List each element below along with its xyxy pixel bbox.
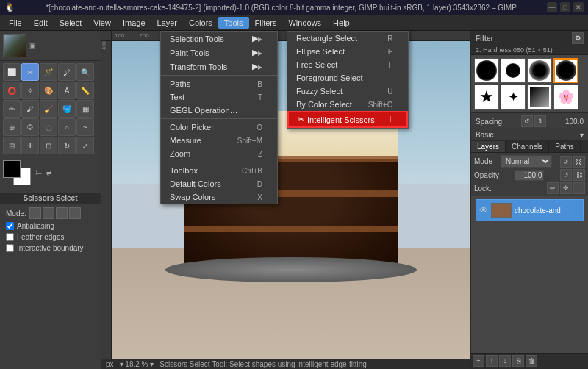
submenu-arrow: ▶: [252, 34, 262, 43]
tools-text[interactable]: Text T: [161, 90, 277, 104]
separator-3: [161, 162, 277, 162]
sel-fuzzy[interactable]: Fuzzy Select U: [287, 85, 408, 98]
submenu-arrow-transform: ▶: [252, 62, 262, 71]
tools-measure[interactable]: Measure Shift+M: [161, 134, 277, 147]
sel-intelligent-scissors[interactable]: ✂ Intelligent Scissors I: [287, 111, 408, 128]
tools-paths[interactable]: Paths B: [161, 77, 277, 90]
tools-dropdown: Selection Tools ▶ Paint Tools ▶ Transfor…: [160, 31, 278, 204]
sel-by-color[interactable]: By Color Select Shift+O: [287, 98, 408, 111]
tools-gegl[interactable]: GEGL Operation…: [161, 104, 277, 117]
tools-selection-tools[interactable]: Selection Tools ▶: [161, 32, 277, 46]
intelligent-scissors-label: Intelligent Scissors: [307, 115, 375, 124]
separator-2: [161, 118, 277, 119]
tools-swap-colors[interactable]: Swap Colors X: [161, 190, 277, 204]
selection-submenu: Rectangle Select R Ellipse Select E Free…: [287, 31, 409, 129]
tools-transform-tools[interactable]: Transform Tools ▶: [161, 60, 277, 74]
menu-overlay: Selection Tools ▶ Paint Tools ▶ Transfor…: [0, 0, 588, 369]
tools-toolbox[interactable]: Toolbox Ctrl+B: [161, 164, 277, 177]
sel-rectangle[interactable]: Rectangle Select R: [287, 32, 408, 45]
sel-foreground[interactable]: Foreground Select: [287, 71, 408, 85]
scissors-icon: ✂: [298, 115, 304, 124]
tools-color-picker[interactable]: Color Picker O: [161, 121, 277, 134]
sel-ellipse[interactable]: Ellipse Select E: [287, 45, 408, 58]
tools-default-colors[interactable]: Default Colors D: [161, 177, 277, 190]
tools-zoom[interactable]: Zoom Z: [161, 147, 277, 160]
sel-free[interactable]: Free Select F: [287, 58, 408, 71]
separator-1: [161, 75, 277, 76]
submenu-arrow-paint: ▶: [252, 48, 262, 57]
tools-paint-tools[interactable]: Paint Tools ▶: [161, 46, 277, 60]
